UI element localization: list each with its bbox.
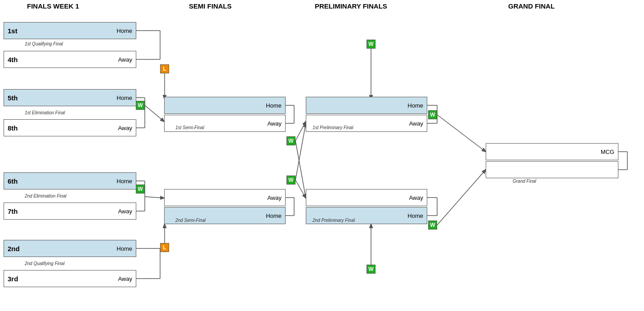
team-side-3rd: Away — [118, 275, 132, 282]
team-side-8th: Away — [118, 125, 132, 131]
team-rank-2nd: 2nd — [8, 245, 20, 252]
prelim2-home-label: Home — [407, 212, 423, 219]
team-box-7th: 7th Away — [4, 203, 136, 220]
grand-final-box1: MCG — [486, 143, 618, 160]
game-label-prelim2: 2nd Preliminary Final — [313, 218, 355, 223]
svg-line-35 — [437, 170, 486, 225]
prelim2-away-label: Away — [409, 194, 423, 201]
svg-line-11 — [145, 197, 164, 198]
semi1-away-label: Away — [267, 120, 282, 127]
badge-l-qual2: L — [160, 243, 169, 252]
grand-final-box2 — [486, 161, 618, 178]
badge-w-prelim1: W — [428, 110, 437, 119]
header-week1: FINALS WEEK 1 — [27, 2, 79, 10]
team-box-4th: 4th Away — [4, 51, 136, 68]
badge-w-elim1: W — [136, 101, 145, 110]
team-side-2nd: Home — [116, 245, 132, 252]
team-box-8th: 8th Away — [4, 119, 136, 136]
team-rank-3rd: 3rd — [8, 275, 18, 283]
svg-line-22 — [295, 122, 306, 141]
svg-line-24 — [295, 141, 306, 198]
semi2-home-label: Home — [266, 212, 282, 219]
header-prelim: PRELIMINARY FINALS — [315, 2, 387, 10]
header-grand: GRAND FINAL — [508, 2, 555, 10]
prelim2-away-box: Away — [306, 189, 427, 206]
team-box-6th: 6th Home — [4, 172, 136, 189]
game-label-semi2: 2nd Semi-Final — [175, 218, 206, 223]
badge-w-prelim2: W — [428, 221, 437, 230]
team-side-5th: Home — [116, 95, 132, 101]
team-rank-5th: 5th — [8, 94, 18, 102]
prelim1-home-label: Home — [407, 102, 423, 109]
svg-line-34 — [437, 115, 486, 152]
svg-line-7 — [145, 105, 164, 122]
team-side-6th: Home — [116, 178, 132, 185]
game-label-grand: Grand Final — [513, 179, 536, 184]
team-rank-7th: 7th — [8, 207, 18, 215]
grand-final-venue: MCG — [601, 149, 614, 155]
team-side-4th: Away — [118, 56, 132, 63]
prelim1-away-label: Away — [409, 120, 423, 127]
team-side-1st: Home — [116, 27, 132, 34]
team-rank-4th: 4th — [8, 56, 18, 63]
team-rank-8th: 8th — [8, 124, 18, 132]
game-label-qual2: 2nd Qualifying Final — [25, 261, 64, 266]
game-label-semi1: 1st Semi-Final — [175, 125, 204, 130]
game-label-elim1: 1st Elimination Final — [25, 110, 65, 115]
badge-w-semi1: W — [286, 136, 295, 145]
bracket-container: FINALS WEEK 1 SEMI FINALS PRELIMINARY FI… — [0, 0, 644, 311]
game-label-prelim1: 1st Preliminary Final — [313, 125, 353, 130]
header-semi: SEMI FINALS — [189, 2, 232, 10]
team-rank-6th: 6th — [8, 177, 18, 185]
game-label-qual1: 1st Qualifying Final — [25, 41, 63, 46]
semi2-away-label: Away — [267, 194, 282, 201]
badge-w-semi2: W — [286, 176, 295, 185]
team-rank-1st: 1st — [8, 27, 18, 35]
semi2-away-box: Away — [164, 189, 286, 206]
game-label-elim2: 2nd Elimination Final — [25, 194, 67, 198]
semi1-home-label: Home — [266, 102, 282, 109]
svg-line-23 — [295, 180, 306, 198]
badge-w-qual2-to-prelim: W — [367, 265, 376, 274]
svg-line-25 — [295, 123, 306, 180]
team-box-5th: 5th Home — [4, 89, 136, 106]
badge-l-qual1: L — [160, 64, 169, 73]
prelim1-home-box: Home — [306, 97, 427, 114]
badge-w-qual1-to-prelim: W — [367, 40, 376, 49]
team-side-7th: Away — [118, 208, 132, 215]
badge-w-elim2: W — [136, 185, 145, 194]
team-box-3rd: 3rd Away — [4, 270, 136, 287]
team-box-2nd: 2nd Home — [4, 240, 136, 257]
semi1-home-box: Home — [164, 97, 286, 114]
team-box-1st: 1st Home — [4, 22, 136, 39]
